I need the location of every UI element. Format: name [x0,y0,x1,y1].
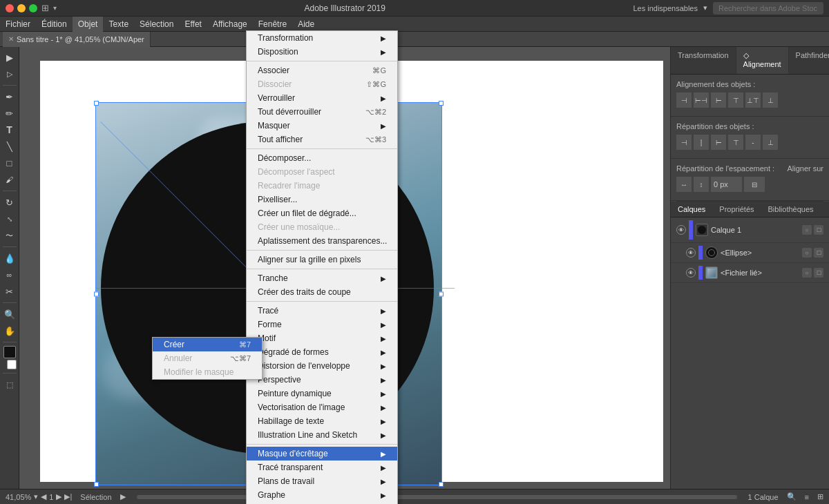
align-right[interactable]: ⊢ [711,93,726,108]
pencil-tool[interactable]: ✏ [2,106,17,121]
menu-habillage[interactable]: Habillage de texte ▶ [247,414,397,428]
menu-plans-travail[interactable]: Plans de travail ▶ [247,474,397,488]
menu-aide[interactable]: Aide [292,17,320,32]
stroke-color[interactable] [7,360,17,369]
menu-masquer[interactable]: Masquer ▶ [247,119,397,133]
menu-aligner-grille[interactable]: Aligner sur la grille en pixels [247,253,397,266]
close-button[interactable] [6,4,14,12]
eyedropper-tool[interactable]: 💧 [2,251,17,266]
distribute-bottom[interactable]: ⊥ [763,135,778,150]
search-icon[interactable]: 🔍 [787,492,797,501]
tab-bibliotheques[interactable]: Bibliothèques [761,202,821,217]
layer-eye-icon[interactable]: 👁 [676,225,686,235]
layer-eye-fichier[interactable]: 👁 [686,268,696,278]
minimize-button[interactable] [17,4,26,12]
menu-trace[interactable]: Tracé ▶ [247,304,397,318]
menu-masque-ecretage[interactable]: Masque d'écrêtage ▶ [247,447,397,461]
zoom-tool[interactable]: 🔍 [2,307,17,322]
pen-tool[interactable]: ✒ [2,89,17,104]
scissors-tool[interactable]: ✂ [2,284,17,299]
tab-calques[interactable]: Calques [671,202,712,217]
fill-color[interactable] [3,346,16,358]
space-h[interactable]: ↔ [676,177,692,192]
type-tool[interactable]: T [2,122,17,137]
maximize-button[interactable] [29,4,37,12]
scale-tool[interactable]: ⤡ [2,211,17,226]
layer-ellipse[interactable]: 👁 <Ellipse> ○ ☐ [671,243,829,263]
workspace-arrow[interactable]: ▾ [703,3,707,12]
distribute-top[interactable]: ⊤ [728,135,743,150]
menu-disposition[interactable]: Disposition ▶ [247,45,397,59]
arrange-icon[interactable]: ⊞ [817,492,823,501]
change-screen-mode[interactable]: ⬚ [2,377,17,392]
menu-perspective[interactable]: Perspective ▶ [247,373,397,387]
menu-tout-afficher[interactable]: Tout afficher ⌥⌘3 [247,133,397,146]
menu-effet[interactable]: Effet [179,17,207,32]
menu-edition[interactable]: Édition [36,17,73,32]
window-grid-arrow[interactable]: ▾ [53,4,57,12]
menu-trace-transparent[interactable]: Tracé transparent ▶ [247,461,397,474]
layer-calque-1[interactable]: 👁 Calque 1 ○ ☐ [671,217,829,243]
paintbrush-tool[interactable]: 🖌 [2,172,17,187]
line-tool[interactable]: ╲ [2,139,17,154]
layer-lock-icon[interactable]: ☐ [814,225,823,235]
zoom-arrow[interactable]: ▾ [34,492,38,501]
page-next[interactable]: ▶ [56,492,61,501]
align-center-v[interactable]: ⊥⊤ [745,93,761,108]
menu-verrouiller[interactable]: Verrouiller ▶ [247,91,397,105]
distribute-center-h[interactable]: | [694,135,709,150]
submenu-creer[interactable]: Créer ⌘7 [153,338,262,351]
menu-vectorisation[interactable]: Vectorisation de l'image ▶ [247,400,397,414]
hand-tool[interactable]: ✋ [2,323,17,338]
distribute-center-v[interactable]: - [745,135,761,150]
menu-decomposer[interactable]: Décomposer... [247,151,397,165]
warp-tool[interactable]: 〜 [2,228,17,243]
menu-texte[interactable]: Texte [103,17,134,32]
page-prev[interactable]: ◀ [41,492,46,501]
align-to-selection[interactable]: ⊟ [744,177,765,192]
space-v[interactable]: ↕ [694,177,709,192]
align-top[interactable]: ⊤ [728,93,743,108]
tool-arrow[interactable]: ▶ [120,492,126,501]
menu-illustration-line[interactable]: Illustration Line and Sketch ▶ [247,428,397,442]
menu-filet-degrade[interactable]: Créer un filet de dégradé... [247,206,397,220]
document-tab[interactable]: ✕ Sans titre - 1* @ 41,05% (CMJN/Aper [3,32,151,47]
menu-tout-deverrouiller[interactable]: Tout déverrouiller ⌥⌘2 [247,105,397,119]
layer-options-icon[interactable]: ≡ [805,493,809,501]
menu-objet[interactable]: Objet [73,17,104,32]
select-tool[interactable]: ▶ [2,50,17,65]
align-bottom[interactable]: ⊥ [763,93,778,108]
spacing-value[interactable] [711,177,742,192]
layer-eye-ellipse[interactable]: 👁 [686,248,696,258]
search-input[interactable] [713,2,823,14]
rect-tool[interactable]: □ [2,155,17,171]
menu-degrade-formes[interactable]: Dégradé de formes ▶ [247,345,397,359]
blend-tool[interactable]: ∞ [2,267,17,282]
distribute-right[interactable]: ⊢ [711,135,726,150]
window-grid-icon[interactable]: ⊞ [41,3,49,13]
tab-transformation[interactable]: Transformation [671,47,736,74]
menu-traits-coupe[interactable]: Créer des traits de coupe [247,285,397,299]
scroll-bar-area[interactable] [137,495,737,499]
zoom-control[interactable]: 41,05% ▾ ◀ 1 ▶ ▶| [6,492,72,501]
layer-lock-fichier[interactable]: ☐ [814,268,823,278]
menu-aplatissement[interactable]: Aplatissement des transparences... [247,234,397,248]
menu-tranche[interactable]: Tranche ▶ [247,271,397,285]
align-left[interactable]: ⊣ [676,93,692,108]
layer-lock-ellipse[interactable]: ☐ [814,248,823,258]
layer-fichier-lie[interactable]: 👁 <Fichier lié> ○ ☐ [671,263,829,283]
tab-proprietes[interactable]: Propriétés [712,202,761,217]
menu-peinture-dynamique[interactable]: Peinture dynamique ▶ [247,387,397,400]
layer-options-icon[interactable]: ○ [802,225,812,235]
menu-forme[interactable]: Forme ▶ [247,318,397,331]
menu-fichier[interactable]: Fichier [0,17,36,32]
tab-close-icon[interactable]: ✕ [8,35,14,43]
menu-associer[interactable]: Associer ⌘G [247,64,397,77]
menu-motif[interactable]: Motif ▶ [247,331,397,345]
distribute-left[interactable]: ⊣ [676,135,692,150]
rotate-tool[interactable]: ↻ [2,195,17,210]
page-end[interactable]: ▶| [64,492,72,501]
layer-options-fichier[interactable]: ○ [802,268,812,278]
menu-affichage[interactable]: Affichage [207,17,253,32]
menu-graphe[interactable]: Graphe ▶ [247,488,397,502]
